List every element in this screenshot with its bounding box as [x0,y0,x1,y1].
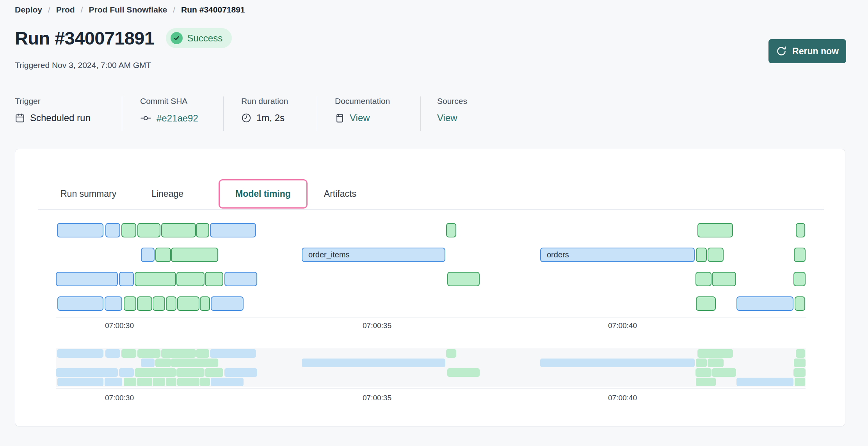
minimap-bar [57,349,103,358]
tab-run-summary[interactable]: Run summary [60,189,116,199]
gantt-bar[interactable] [121,223,136,237]
gantt-bar[interactable] [205,272,223,286]
meta-value: View [437,112,467,123]
minimap-bar [153,378,165,386]
gantt-bar[interactable] [712,272,736,286]
axis-tick-07-00-40: 07:00:40 [608,394,637,402]
axis-tick-07-00-30: 07:00:30 [105,394,134,402]
minimap-bar [135,368,176,377]
minimap-bar [141,359,155,367]
gantt-bar-orders[interactable]: orders [540,248,695,262]
gantt-bar[interactable] [200,296,210,311]
breadcrumb-item-prod-full-snowflake[interactable]: Prod Full Snowflake [89,5,167,14]
gantt-bar[interactable] [57,223,103,237]
gantt-minimap[interactable] [56,348,806,387]
minimap-bar [119,368,134,377]
meta-label: Sources [437,96,467,106]
gantt-bar[interactable] [105,296,122,311]
minimap-bar [105,378,122,386]
minimap-bar [210,349,256,358]
meta-label: Run duration [241,96,317,106]
minimap-bar [447,368,480,377]
minimap-bar [205,368,223,377]
gantt-bar[interactable] [196,223,209,237]
minimap-bar [695,368,711,377]
gantt-bar[interactable] [794,248,806,262]
minimap-bar [795,378,805,386]
gantt-bar[interactable] [177,296,199,311]
gantt-bar[interactable] [171,248,218,262]
gantt-bar[interactable] [166,296,176,311]
gantt-bar[interactable] [447,272,480,286]
meta-documentation-value[interactable]: View [350,112,370,123]
gantt-bar[interactable] [697,223,733,237]
gantt-bar[interactable] [57,296,103,311]
minimap-axis-line [56,388,806,389]
meta-commit-sha-value[interactable]: #e21ae92 [157,113,198,124]
axis-tick-07-00-35: 07:00:35 [363,321,391,330]
gantt-bar[interactable] [155,248,171,262]
status-badge: Success [166,28,232,48]
minimap-bar [121,349,136,358]
gantt-bar[interactable] [161,223,196,237]
gantt-bar[interactable] [211,296,244,311]
breadcrumb-item-deploy[interactable]: Deploy [15,5,42,14]
breadcrumb-separator: / [173,5,175,14]
breadcrumb-separator: / [48,5,50,14]
gantt-bar[interactable] [793,272,806,286]
minimap-bar [446,349,456,358]
tabs-divider [38,209,824,210]
rerun-now-button[interactable]: Rerun now [768,39,846,63]
model-timing-gantt: order_itemsorders [56,223,806,313]
gantt-bar[interactable] [695,272,711,286]
axis-tick-07-00-30: 07:00:30 [105,321,134,330]
meta-label: Trigger [15,96,122,106]
gantt-bar[interactable] [696,248,707,262]
gantt-bar[interactable] [124,296,136,311]
gantt-bar[interactable] [796,223,805,237]
gantt-bar[interactable] [141,248,155,262]
gantt-bar[interactable] [119,272,134,286]
tab-model-timing[interactable]: Model timing [219,179,308,209]
minimap-bar [196,349,209,358]
clock-icon [241,113,251,123]
gantt-bar[interactable] [708,248,724,262]
gantt-bar[interactable] [696,296,716,311]
gantt-bar[interactable] [153,296,165,311]
gantt-bar[interactable] [105,223,120,237]
minimap-bar [200,378,210,386]
page-title: Run #340071891 [15,27,154,49]
gantt-bar-label: order_items [302,250,350,259]
gantt-bar[interactable] [795,296,805,311]
tab-lineage[interactable]: Lineage [151,189,183,199]
gantt-bar[interactable] [736,296,793,311]
gantt-bar[interactable] [137,223,160,237]
tab-artifacts[interactable]: Artifacts [324,189,356,199]
gantt-bar[interactable] [210,223,256,237]
run-detail-card: Run summaryLineageModel timingArtifacts … [15,149,845,426]
minimap-bar-orders [540,359,695,367]
meta-commit-sha: Commit SHA#e21ae92 [122,96,224,131]
meta-label: Documentation [335,96,420,106]
gantt-bar[interactable] [176,272,205,286]
gantt-bar[interactable] [446,223,456,237]
gantt-bar[interactable] [224,272,257,286]
gantt-bar[interactable] [137,296,152,311]
gantt-bar[interactable] [135,272,176,286]
gantt-bar-order-items[interactable]: order_items [302,248,445,262]
minimap-bar [736,378,793,386]
minimap-bar [166,378,176,386]
minimap-bar [171,359,218,367]
triggered-timestamp: Triggered Nov 3, 2024, 7:00 AM GMT [15,61,151,70]
gantt-bar[interactable] [56,272,118,286]
document-icon [335,113,345,123]
minimap-bar [155,359,171,367]
minimap-bar [105,349,120,358]
meta-value: #e21ae92 [140,112,223,124]
minimap-bar [137,378,152,386]
commit-icon [140,112,151,124]
breadcrumb-item-prod[interactable]: Prod [56,5,75,14]
meta-run-duration-value: 1m, 2s [256,112,285,123]
meta-trigger: TriggerScheduled run [15,96,122,131]
meta-sources-value[interactable]: View [437,112,457,123]
